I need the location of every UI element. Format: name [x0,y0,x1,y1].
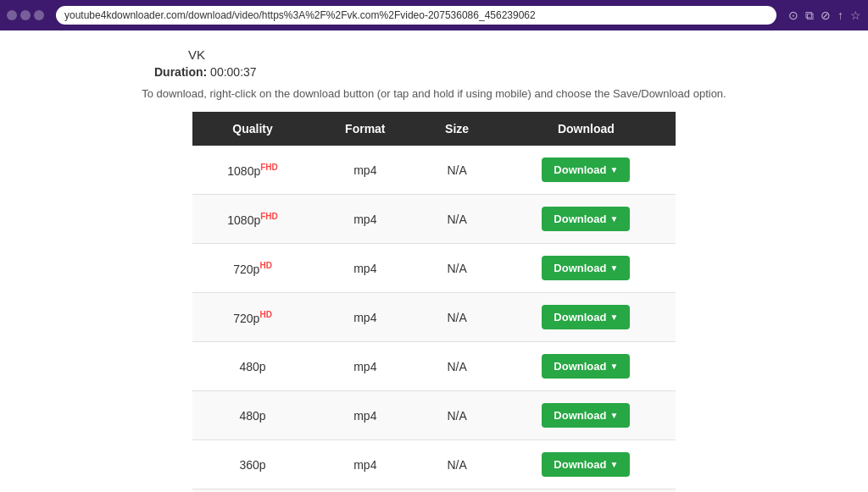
cell-format: mp4 [313,146,417,195]
cell-quality: 360p [192,489,313,493]
table-header: Quality Format Size Download [192,112,676,146]
download-button[interactable]: Download ▼ [542,305,630,329]
table-row: 480pmp4N/ADownload ▼ [192,342,676,391]
col-download: Download [497,112,676,146]
download-button[interactable]: Download ▼ [542,256,630,280]
cell-download: Download ▼ [497,440,676,489]
cell-download: Download ▼ [497,391,676,440]
table-row: 480pmp4N/ADownload ▼ [192,391,676,440]
table-row: 1080pFHDmp4N/ADownload ▼ [192,146,676,195]
download-button[interactable]: Download ▼ [542,207,630,231]
share-icon[interactable]: ↑ [837,8,843,23]
instruction-text: To download, right-click on the download… [53,87,815,100]
download-button[interactable]: Download ▼ [542,452,630,477]
table-row: 720pHDmp4N/ADownload ▼ [192,293,676,342]
quality-badge: FHD [260,163,278,172]
download-label: Download [554,213,606,225]
download-label: Download [554,458,606,471]
download-button[interactable]: Download ▼ [542,158,630,182]
download-button[interactable]: Download ▼ [542,403,630,428]
browser-window-controls [7,10,44,20]
download-arrow: ▼ [609,165,618,174]
download-table: Quality Format Size Download 1080pFHDmp4… [192,112,676,492]
col-size: Size [418,112,497,146]
cell-download: Download ▼ [497,293,676,342]
cell-format: mp4 [313,244,417,293]
download-label: Download [554,163,606,176]
col-quality: Quality [192,112,313,146]
download-arrow: ▼ [609,411,618,420]
cell-download: Download ▼ [497,489,676,493]
cell-size: N/A [418,342,497,391]
cell-size: N/A [418,244,497,293]
window-dot [34,10,44,20]
address-bar[interactable]: youtube4kdownloader.com/download/video/h… [56,6,776,25]
cell-size: N/A [418,293,497,342]
window-dot [7,10,17,20]
table-row: 1080pFHDmp4N/ADownload ▼ [192,195,676,244]
col-format: Format [313,112,417,146]
download-button[interactable]: Download ▼ [542,354,630,379]
cell-format: mp4 [313,342,417,391]
video-source-label: VK [188,47,205,62]
cell-quality: 480p [192,391,313,440]
duration-label: Duration: [154,65,207,79]
cell-format: mp4 [313,489,417,493]
cell-size: N/A [418,489,497,493]
extension-icon[interactable]: ⧉ [805,8,814,23]
cell-size: N/A [418,391,497,440]
mute-icon[interactable]: ⊘ [821,8,831,23]
window-dot [20,10,31,20]
quality-badge: HD [259,310,271,319]
cell-size: N/A [418,195,497,244]
cell-quality: 720pHD [192,244,313,293]
cell-format: mp4 [313,391,417,440]
table-row: 720pHDmp4N/ADownload ▼ [192,244,676,293]
cell-download: Download ▼ [497,146,676,195]
download-arrow: ▼ [609,312,618,322]
cell-quality: 720pHD [192,293,313,342]
video-info-section: VK Duration: 00:00:37 [53,47,815,79]
download-arrow: ▼ [609,263,618,273]
download-label: Download [554,311,606,323]
duration-row: Duration: 00:00:37 [154,65,257,79]
download-arrow: ▼ [609,214,618,224]
cell-format: mp4 [313,195,417,244]
cell-download: Download ▼ [497,244,676,293]
download-label: Download [554,409,606,422]
table-header-row: Quality Format Size Download [192,112,676,146]
url-text: youtube4kdownloader.com/download/video/h… [64,9,536,21]
table-row: 360pmp4N/ADownload ▼ [192,489,676,493]
profile-icon[interactable]: ⊙ [788,8,798,23]
cell-download: Download ▼ [497,195,676,244]
quality-badge: FHD [260,212,278,221]
download-arrow: ▼ [609,362,618,371]
bookmark-icon[interactable]: ☆ [850,8,861,23]
cell-size: N/A [418,440,497,489]
table-row: 360pmp4N/ADownload ▼ [192,440,676,489]
cell-quality: 360p [192,440,313,489]
quality-badge: HD [259,261,271,270]
table-body: 1080pFHDmp4N/ADownload ▼1080pFHDmp4N/ADo… [192,146,676,492]
cell-format: mp4 [313,440,417,489]
download-label: Download [554,262,606,274]
cell-download: Download ▼ [497,342,676,391]
cell-quality: 1080pFHD [192,195,313,244]
download-label: Download [554,360,606,373]
page-content: VK Duration: 00:00:37 To download, right… [0,30,868,492]
cell-quality: 480p [192,342,313,391]
cell-quality: 1080pFHD [192,146,313,195]
duration-value: 00:00:37 [210,65,257,79]
download-arrow: ▼ [609,460,618,469]
cell-size: N/A [418,146,497,195]
browser-icon-group: ⊙ ⧉ ⊘ ↑ ☆ [788,8,861,23]
cell-format: mp4 [313,293,417,342]
browser-chrome: youtube4kdownloader.com/download/video/h… [0,0,868,30]
